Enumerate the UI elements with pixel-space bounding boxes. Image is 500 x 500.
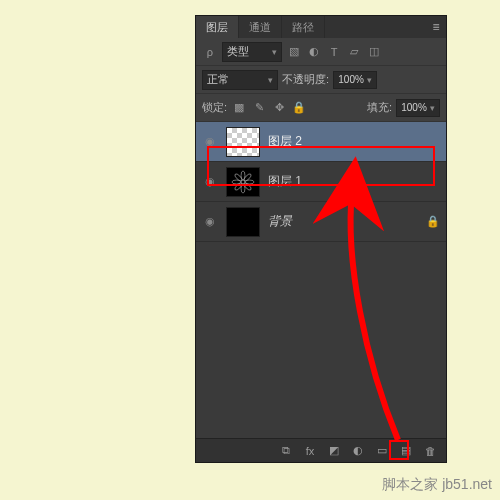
tab-layers[interactable]: 图层: [196, 16, 239, 38]
layer-thumbnail[interactable]: [226, 207, 260, 237]
adjustment-button[interactable]: ◐: [350, 443, 366, 459]
opacity-label: 不透明度:: [282, 72, 329, 87]
fill-input[interactable]: 100% ▾: [396, 99, 440, 117]
blend-mode-label: 正常: [207, 72, 229, 87]
opacity-input[interactable]: 100% ▾: [333, 71, 377, 89]
svg-point-8: [234, 181, 243, 190]
filter-shape-icon[interactable]: ▱: [346, 44, 362, 60]
visibility-toggle[interactable]: ◉: [202, 174, 218, 190]
svg-point-6: [243, 181, 252, 190]
lock-all-icon[interactable]: 🔒: [291, 100, 307, 116]
blend-mode-select[interactable]: 正常 ▾: [202, 70, 278, 90]
visibility-toggle[interactable]: ◉: [202, 134, 218, 150]
fx-button[interactable]: fx: [302, 443, 318, 459]
layer-thumbnail[interactable]: [226, 127, 260, 157]
chevron-down-icon: ▾: [430, 103, 435, 113]
opacity-value: 100%: [338, 74, 364, 85]
watermark: 脚本之家 jb51.net: [382, 476, 492, 494]
filter-kind-label: 类型: [227, 44, 249, 59]
filter-kind-select[interactable]: 类型 ▾: [222, 42, 282, 62]
lock-icon: 🔒: [426, 215, 440, 228]
filter-pixel-icon[interactable]: ▧: [286, 44, 302, 60]
fill-value: 100%: [401, 102, 427, 113]
filter-adjust-icon[interactable]: ◐: [306, 44, 322, 60]
layer-name-label[interactable]: 背景: [268, 213, 418, 230]
filter-row: ρ 类型 ▾ ▧ ◐ T ▱ ◫: [196, 38, 446, 66]
svg-point-7: [243, 172, 252, 181]
lock-transparent-icon[interactable]: ▩: [231, 100, 247, 116]
svg-point-5: [234, 172, 243, 181]
panel-menu-icon[interactable]: ≡: [426, 16, 446, 38]
visibility-toggle[interactable]: ◉: [202, 214, 218, 230]
layer-name-label[interactable]: 图层 2: [268, 133, 440, 150]
layer-row[interactable]: ◉ 图层 1: [196, 162, 446, 202]
layer-row[interactable]: ◉ 背景 🔒: [196, 202, 446, 242]
layer-thumbnail[interactable]: [226, 167, 260, 197]
tab-channels[interactable]: 通道: [239, 16, 282, 38]
search-kind-icon: ρ: [202, 44, 218, 60]
link-layers-button[interactable]: ⧉: [278, 443, 294, 459]
chevron-down-icon: ▾: [272, 47, 277, 57]
new-layer-button[interactable]: ▤: [398, 443, 414, 459]
lock-move-icon[interactable]: ✥: [271, 100, 287, 116]
layer-row[interactable]: ◉ 图层 2: [196, 122, 446, 162]
chevron-down-icon: ▾: [367, 75, 372, 85]
panel-footer: ⧉ fx ◩ ◐ ▭ ▤ 🗑: [196, 438, 446, 462]
delete-button[interactable]: 🗑: [422, 443, 438, 459]
flower-icon: [230, 169, 256, 195]
lock-label: 锁定:: [202, 100, 227, 115]
blend-row: 正常 ▾ 不透明度: 100% ▾: [196, 66, 446, 94]
lock-brush-icon[interactable]: ✎: [251, 100, 267, 116]
fill-label: 填充:: [367, 100, 392, 115]
group-button[interactable]: ▭: [374, 443, 390, 459]
filter-type-icon[interactable]: T: [326, 44, 342, 60]
layers-panel: 图层 通道 路径 ≡ ρ 类型 ▾ ▧ ◐ T ▱ ◫ 正常 ▾ 不透明度: 1…: [195, 15, 447, 463]
filter-smart-icon[interactable]: ◫: [366, 44, 382, 60]
layer-name-label[interactable]: 图层 1: [268, 173, 440, 190]
layers-list: ◉ 图层 2 ◉: [196, 122, 446, 438]
panel-tabs: 图层 通道 路径 ≡: [196, 16, 446, 38]
lock-row: 锁定: ▩ ✎ ✥ 🔒 填充: 100% ▾: [196, 94, 446, 122]
tab-paths[interactable]: 路径: [282, 16, 325, 38]
add-mask-button[interactable]: ◩: [326, 443, 342, 459]
chevron-down-icon: ▾: [268, 75, 273, 85]
